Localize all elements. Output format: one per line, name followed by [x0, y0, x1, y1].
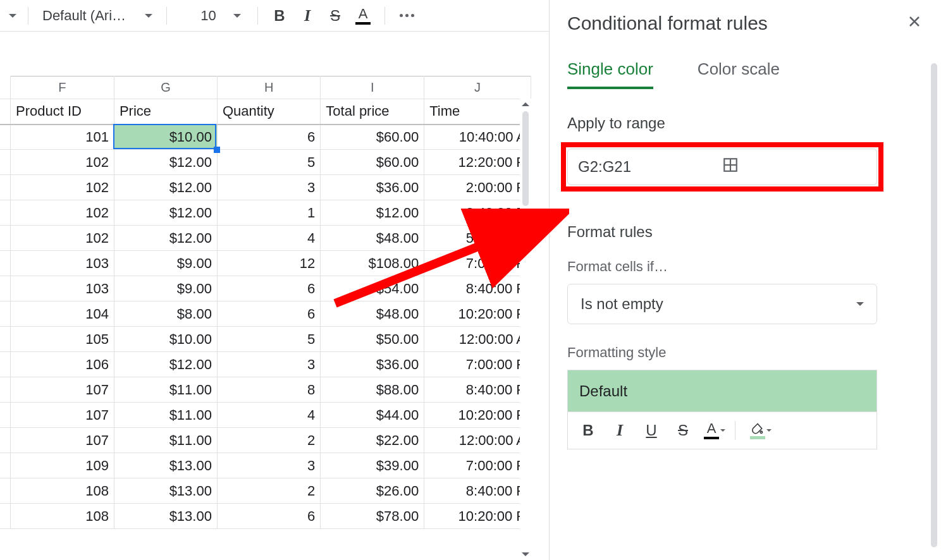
header-cell[interactable]: Quantity: [217, 99, 320, 125]
more-button[interactable]: [394, 3, 419, 28]
style-preview[interactable]: Default: [567, 370, 877, 411]
cell[interactable]: 108: [11, 504, 114, 529]
cell[interactable]: 10:20:00 P: [424, 301, 531, 327]
cell[interactable]: 104: [11, 301, 114, 327]
cell[interactable]: 8:40:00 P: [424, 478, 531, 504]
header-cell[interactable]: Price: [114, 99, 217, 125]
cell[interactable]: 8:40:00 P: [424, 377, 531, 403]
column-header-I[interactable]: I: [321, 76, 424, 99]
cell[interactable]: $36.00: [321, 352, 424, 377]
cell[interactable]: 2: [217, 428, 320, 453]
font-family-dropdown[interactable]: Default (Ari…: [37, 5, 157, 27]
cell[interactable]: 107: [11, 428, 114, 453]
cell[interactable]: 102: [11, 200, 114, 226]
column-header-G[interactable]: G: [114, 76, 217, 99]
cell[interactable]: 2:00:00 P: [424, 175, 531, 200]
text-color-button[interactable]: A: [350, 3, 376, 28]
style-bold-button[interactable]: B: [574, 417, 602, 444]
range-input[interactable]: G2:G21: [567, 149, 877, 185]
cell[interactable]: 6: [217, 504, 320, 529]
style-text-color-button[interactable]: A: [701, 417, 729, 444]
cell[interactable]: $13.00: [114, 453, 217, 478]
cell[interactable]: $12.00: [321, 200, 424, 226]
cell[interactable]: 102: [11, 175, 114, 200]
column-header-H[interactable]: H: [217, 76, 320, 99]
column-header-J[interactable]: J: [424, 76, 531, 99]
cell[interactable]: 7:00:00 P: [424, 352, 531, 377]
cell[interactable]: 5: [217, 150, 320, 175]
cell[interactable]: $11.00: [114, 377, 217, 403]
style-underline-button[interactable]: U: [637, 417, 665, 444]
cell[interactable]: $13.00: [114, 504, 217, 529]
cell[interactable]: 2: [217, 478, 320, 504]
cell[interactable]: 6: [217, 301, 320, 327]
cell[interactable]: 7:00:00 P: [424, 453, 531, 478]
cell[interactable]: 12: [217, 251, 320, 276]
cell[interactable]: 8:40:00 P: [424, 276, 531, 301]
cell[interactable]: $12.00: [114, 150, 217, 175]
scroll-thumb[interactable]: [522, 111, 529, 206]
cell[interactable]: $12.00: [114, 175, 217, 200]
cell[interactable]: $10.00: [114, 327, 217, 352]
spreadsheet[interactable]: FGHIJProduct IDPriceQuantityTotal priceT…: [0, 32, 531, 560]
font-size-dropdown[interactable]: 10: [176, 5, 249, 27]
cell[interactable]: 1: [217, 200, 320, 226]
scroll-up-arrow[interactable]: [520, 99, 531, 110]
cell[interactable]: $48.00: [321, 301, 424, 327]
more-format-dropdown[interactable]: [6, 10, 19, 21]
cell[interactable]: 10:20:00 P: [424, 403, 531, 428]
cell[interactable]: 101: [11, 125, 114, 150]
cell[interactable]: $48.00: [321, 226, 424, 251]
cell[interactable]: $12.00: [114, 226, 217, 251]
vertical-scrollbar[interactable]: [520, 99, 531, 560]
cell[interactable]: 3: [217, 453, 320, 478]
cell[interactable]: 108: [11, 478, 114, 504]
cell[interactable]: 5: [217, 327, 320, 352]
cell[interactable]: $26.00: [321, 478, 424, 504]
cell[interactable]: 107: [11, 403, 114, 428]
header-cell[interactable]: Time: [424, 99, 531, 125]
header-cell[interactable]: Total price: [321, 99, 424, 125]
style-italic-button[interactable]: I: [606, 417, 634, 444]
cell[interactable]: 5:20:00 P: [424, 226, 531, 251]
cell[interactable]: 102: [11, 150, 114, 175]
scroll-track[interactable]: [522, 111, 529, 547]
cell[interactable]: $39.00: [321, 453, 424, 478]
cell[interactable]: $12.00: [114, 352, 217, 377]
style-fill-color-button[interactable]: [742, 417, 780, 444]
cell[interactable]: $78.00: [321, 504, 424, 529]
cell[interactable]: $54.00: [321, 276, 424, 301]
cell[interactable]: 10:40:00 A: [424, 125, 531, 150]
condition-dropdown[interactable]: Is not empty: [567, 284, 877, 324]
select-range-button[interactable]: [722, 157, 866, 177]
column-header-F[interactable]: F: [11, 76, 114, 99]
cell[interactable]: $22.00: [321, 428, 424, 453]
cell[interactable]: 12:00:00 A: [424, 327, 531, 352]
cell[interactable]: 4: [217, 226, 320, 251]
cell[interactable]: 4: [217, 403, 320, 428]
cell[interactable]: 8: [217, 377, 320, 403]
cell[interactable]: $13.00: [114, 478, 217, 504]
cell[interactable]: $44.00: [321, 403, 424, 428]
cell[interactable]: $50.00: [321, 327, 424, 352]
tab-color-scale[interactable]: Color scale: [698, 59, 780, 89]
cell[interactable]: $60.00: [321, 150, 424, 175]
selection-fill-handle[interactable]: [214, 147, 220, 153]
cell[interactable]: 12:20:00 P: [424, 150, 531, 175]
cell[interactable]: $11.00: [114, 403, 217, 428]
cell[interactable]: $88.00: [321, 377, 424, 403]
header-cell[interactable]: Product ID: [11, 99, 114, 125]
cell[interactable]: 7:00:00 P: [424, 251, 531, 276]
scroll-down-arrow[interactable]: [520, 549, 531, 560]
cell[interactable]: 10:20:00 P: [424, 504, 531, 529]
cell[interactable]: $108.00: [321, 251, 424, 276]
strikethrough-button[interactable]: S: [323, 3, 348, 28]
cell[interactable]: 105: [11, 327, 114, 352]
cell[interactable]: $12.00: [114, 200, 217, 226]
close-button[interactable]: [907, 13, 922, 33]
cell[interactable]: $36.00: [321, 175, 424, 200]
cell[interactable]: 6: [217, 125, 320, 150]
cell[interactable]: 102: [11, 226, 114, 251]
cell[interactable]: $8.00: [114, 301, 217, 327]
cell[interactable]: 103: [11, 251, 114, 276]
